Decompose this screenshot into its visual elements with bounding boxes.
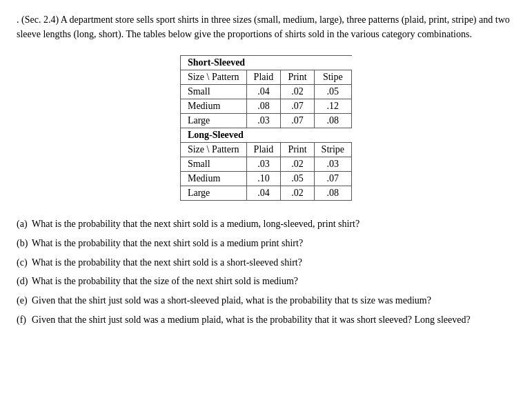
ls-col-size-pattern: Size \ Pattern xyxy=(180,143,246,157)
ss-small-print: .02 xyxy=(281,85,314,99)
question-item-d: (d)What is the probability that the size… xyxy=(17,273,515,290)
question-text-1: What is the probability that the next sh… xyxy=(32,235,515,252)
ss-medium-print: .07 xyxy=(281,99,314,114)
question-label-0: (a) xyxy=(17,216,32,232)
question-label-4: (e) xyxy=(17,292,32,309)
question-text-2: What is the probability that the next sh… xyxy=(32,255,515,271)
ss-small-label: Small xyxy=(180,85,246,99)
ls-small-label: Small xyxy=(180,157,246,172)
ss-large-print: .07 xyxy=(281,114,314,128)
ss-row-large: Large .03 .07 .08 xyxy=(180,114,351,128)
question-item-a: (a)What is the probability that the next… xyxy=(17,216,515,232)
ss-col-print: Print xyxy=(281,70,314,85)
question-label-2: (c) xyxy=(17,255,32,271)
question-item-b: (b)What is the probability that the next… xyxy=(17,235,515,252)
question-text-3: What is the probability that the size of… xyxy=(32,273,515,290)
ls-medium-stripe: .07 xyxy=(314,172,351,186)
ss-col-stipe: Stipe xyxy=(314,70,351,85)
tables-container: Short-Sleeved Size \ Pattern Plaid Print… xyxy=(17,55,515,201)
question-text-4: Given that the shirt just sold was a sho… xyxy=(32,292,515,309)
ss-large-stripe: .08 xyxy=(314,114,351,128)
ss-col-size-pattern: Size \ Pattern xyxy=(180,70,246,85)
ls-medium-plaid: .10 xyxy=(246,172,281,186)
combined-table: Short-Sleeved Size \ Pattern Plaid Print… xyxy=(180,55,352,201)
intro-paragraph: . (Sec. 2.4) A department store sells sp… xyxy=(17,12,515,41)
question-item-e: (e)Given that the shirt just sold was a … xyxy=(17,292,515,309)
question-label-5: (f) xyxy=(17,312,32,328)
ls-large-print: .02 xyxy=(281,186,314,201)
short-sleeved-header-row: Short-Sleeved xyxy=(180,56,351,70)
ls-large-plaid: .04 xyxy=(246,186,281,201)
question-text-0: What is the probability that the next sh… xyxy=(32,216,515,232)
ls-small-print: .02 xyxy=(281,157,314,172)
ss-large-label: Large xyxy=(180,114,246,128)
long-sleeved-col-headers: Size \ Pattern Plaid Print Stripe xyxy=(180,143,351,157)
ls-row-small: Small .03 .02 .03 xyxy=(180,157,351,172)
ss-medium-label: Medium xyxy=(180,99,246,114)
question-label-1: (b) xyxy=(17,235,32,252)
ls-medium-label: Medium xyxy=(180,172,246,186)
ss-large-plaid: .03 xyxy=(246,114,281,128)
ls-row-medium: Medium .10 .05 .07 xyxy=(180,172,351,186)
ls-col-plaid: Plaid xyxy=(246,143,281,157)
short-sleeved-label: Short-Sleeved xyxy=(180,56,351,70)
question-text-5: Given that the shirt just sold was a med… xyxy=(32,312,515,328)
question-item-f: (f)Given that the shirt just sold was a … xyxy=(17,312,515,328)
ss-medium-plaid: .08 xyxy=(246,99,281,114)
ss-row-small: Small .04 .02 .05 xyxy=(180,85,351,99)
ss-medium-stripe: .12 xyxy=(314,99,351,114)
long-sleeved-header-row: Long-Sleeved xyxy=(180,128,351,143)
ls-small-stripe: .03 xyxy=(314,157,351,172)
ls-large-label: Large xyxy=(180,186,246,201)
ls-medium-print: .05 xyxy=(281,172,314,186)
question-label-3: (d) xyxy=(17,273,32,290)
short-sleeved-col-headers: Size \ Pattern Plaid Print Stipe xyxy=(180,70,351,85)
ls-col-print: Print xyxy=(281,143,314,157)
ss-small-stripe: .05 xyxy=(314,85,351,99)
ls-row-large: Large .04 .02 .08 xyxy=(180,186,351,201)
question-item-c: (c)What is the probability that the next… xyxy=(17,255,515,271)
questions-section: (a)What is the probability that the next… xyxy=(17,216,515,328)
ss-row-medium: Medium .08 .07 .12 xyxy=(180,99,351,114)
ls-large-stripe: .08 xyxy=(314,186,351,201)
ss-col-plaid: Plaid xyxy=(246,70,281,85)
ls-col-stripe: Stripe xyxy=(314,143,351,157)
ls-small-plaid: .03 xyxy=(246,157,281,172)
long-sleeved-label: Long-Sleeved xyxy=(180,128,351,143)
ss-small-plaid: .04 xyxy=(246,85,281,99)
